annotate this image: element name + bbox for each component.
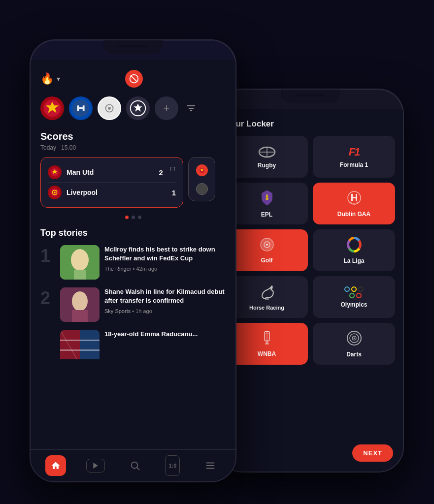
away-team-name: Liverpool xyxy=(67,189,161,196)
nav-menu[interactable] xyxy=(200,455,221,476)
darts-label: Darts xyxy=(346,351,362,358)
svg-rect-39 xyxy=(72,310,88,322)
darts-icon xyxy=(346,330,362,348)
top-bar-left: 🔥 ▾ xyxy=(40,72,60,85)
sport-bubble-soccer[interactable] xyxy=(126,96,150,120)
bottom-nav: 1:0 xyxy=(31,449,235,481)
score-card-man-utd-liverpool[interactable]: Man Utd 2 FT xyxy=(40,157,183,208)
nav-scores[interactable]: 1:0 xyxy=(165,455,180,476)
sport-cell-golf[interactable]: Golf xyxy=(226,229,308,271)
add-sport-button[interactable]: + xyxy=(155,96,178,120)
app-logo xyxy=(125,70,143,88)
story-item-1[interactable]: 1 McIlroy finds his best to strike down … xyxy=(40,245,226,280)
dublin-gaa-icon xyxy=(346,190,362,208)
dot-2 xyxy=(132,216,135,219)
flame-icon[interactable]: 🔥 xyxy=(40,72,54,85)
svg-point-35 xyxy=(71,249,89,271)
story-text-2: Shane Walsh in line for Kilmacud debut a… xyxy=(104,287,226,314)
svg-point-10 xyxy=(270,287,272,289)
filter-button[interactable] xyxy=(183,100,199,116)
nav-home[interactable] xyxy=(45,455,66,476)
rugby-icon xyxy=(258,145,276,159)
f1-label: Formula 1 xyxy=(340,161,368,168)
app-scene: Your Locker Rugby xyxy=(0,0,434,504)
story-item-2[interactable]: 2 Shane Walsh in line for Kilmacud debut… xyxy=(40,287,226,322)
svg-marker-45 xyxy=(93,463,98,469)
partial-team1-logo xyxy=(196,164,208,176)
sport-cell-rugby[interactable]: Rugby xyxy=(226,136,308,178)
svg-point-9 xyxy=(350,241,358,249)
wnba-label: WNBA xyxy=(258,350,276,357)
front-phone: 🔥 ▾ xyxy=(30,39,236,482)
horse-racing-icon xyxy=(258,284,276,302)
epl-icon xyxy=(260,189,274,208)
score-cards-row: Man Utd 2 FT xyxy=(40,157,226,216)
scores-sub: Today 15.00 xyxy=(40,144,226,151)
story-text-3: 18-year-old Emma Raducanu... xyxy=(104,330,226,342)
svg-line-47 xyxy=(137,468,140,471)
home-team-name: Man Utd xyxy=(67,168,148,176)
nav-video[interactable] xyxy=(86,459,105,472)
svg-line-17 xyxy=(131,75,137,82)
svg-point-7 xyxy=(266,244,268,246)
svg-point-46 xyxy=(132,462,138,469)
sport-bubble-man-utd[interactable] xyxy=(40,96,64,120)
story-number-1: 1 xyxy=(40,247,55,265)
epl-label: EPL xyxy=(261,211,272,218)
svg-rect-43 xyxy=(60,349,100,351)
svg-point-22 xyxy=(108,107,111,110)
sport-cell-f1[interactable]: F1 Formula 1 xyxy=(313,136,395,178)
story-source-2: Sky Sports xyxy=(104,308,131,314)
sport-cell-wnba[interactable]: WNBA xyxy=(226,323,308,365)
golf-label: Golf xyxy=(261,257,273,264)
sport-cell-dublin-gaa[interactable]: Dublin GAA xyxy=(313,183,395,224)
story-headline-2: Shane Walsh in line for Kilmacud debut a… xyxy=(104,287,226,305)
rugby-label: Rugby xyxy=(258,162,276,169)
horse-racing-label: Horse Racing xyxy=(249,305,284,311)
locker-title: Your Locker xyxy=(226,115,395,129)
sport-cell-olympics[interactable]: Olympics xyxy=(313,276,395,318)
front-screen: 🔥 ▾ xyxy=(31,60,235,481)
story-image-1 xyxy=(60,245,100,280)
away-score: 1 xyxy=(166,189,176,197)
top-bar: 🔥 ▾ xyxy=(40,67,226,88)
svg-point-3 xyxy=(266,197,268,200)
match-status: FT xyxy=(170,166,176,172)
sport-bubble-huddersfield[interactable] xyxy=(69,96,93,120)
score-card-partial xyxy=(188,157,215,201)
svg-point-31 xyxy=(54,191,56,193)
sports-grid: Rugby F1 Formula 1 xyxy=(226,136,395,365)
sport-bubble-golf[interactable] xyxy=(98,96,121,120)
story-image-2 xyxy=(60,287,100,322)
story-meta-2: Sky Sports • 1h ago xyxy=(104,308,226,314)
story-text-1: McIlroy finds his best to strike down Sc… xyxy=(104,245,226,272)
story-headline-3: 18-year-old Emma Raducanu... xyxy=(104,330,226,339)
story-meta-1: The Ringer • 42m ago xyxy=(104,266,226,272)
score-row-home: Man Utd 2 FT xyxy=(48,162,176,183)
sport-cell-horse-racing[interactable]: Horse Racing xyxy=(226,276,308,318)
story-item-3[interactable]: 3 18-year-old Emma Raducanu... xyxy=(40,330,226,359)
story-number-2: 2 xyxy=(40,289,55,307)
olympics-label: Olympics xyxy=(340,301,367,308)
top-stories-title: Top stories xyxy=(40,228,226,238)
sport-cell-epl[interactable]: EPL xyxy=(226,183,308,224)
back-screen: Your Locker Rugby xyxy=(218,109,403,472)
dot-1 xyxy=(125,216,129,219)
dropdown-arrow[interactable]: ▾ xyxy=(57,75,60,83)
home-score: 2 xyxy=(153,168,163,177)
pagination-dots xyxy=(40,216,226,219)
back-phone: Your Locker Rugby xyxy=(217,89,404,472)
story-time-1: 42m ago xyxy=(136,266,157,272)
svg-rect-36 xyxy=(74,270,86,280)
story-headline-1: McIlroy finds his best to strike down Sc… xyxy=(104,245,226,263)
nav-search[interactable] xyxy=(125,455,145,476)
sport-cell-la-liga[interactable]: La Liga xyxy=(313,229,395,271)
next-button[interactable]: NEXT xyxy=(352,444,393,462)
score-row-away: Liverpool 1 xyxy=(48,183,176,202)
svg-rect-41 xyxy=(60,330,80,359)
sport-cell-darts[interactable]: Darts xyxy=(313,323,395,365)
man-utd-logo xyxy=(48,165,62,179)
svg-point-38 xyxy=(72,291,88,311)
dublin-gaa-label: Dublin GAA xyxy=(337,211,370,218)
scores-title: Scores xyxy=(40,131,226,142)
